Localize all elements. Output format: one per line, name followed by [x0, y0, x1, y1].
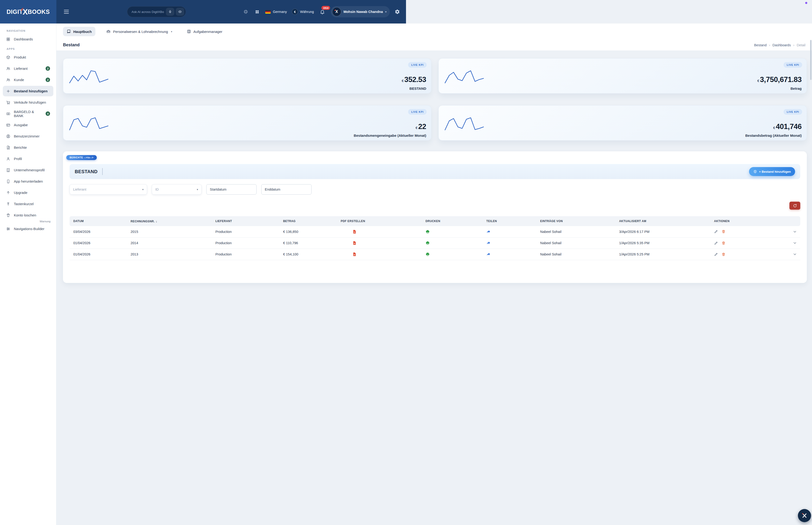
col-lieferant[interactable]: LIEFERANT: [213, 216, 281, 226]
sidebar-item-label: BARGELD & BANK: [14, 110, 42, 118]
shortcut-arrow-icon: [6, 202, 10, 206]
tab-label: Hauptbuch: [73, 30, 92, 34]
cell-betrag: € 154,100: [281, 249, 338, 260]
smartphone-icon: [6, 179, 10, 183]
sidebar-item-benutzerzimmer[interactable]: Benutzerzimmer: [3, 131, 53, 141]
sidebar-item-unternehmensprofil[interactable]: Unternehmensprofil: [3, 165, 53, 175]
sidebar-section-navigation: NAVIGATION: [6, 29, 56, 32]
count-badge: 4: [46, 111, 50, 116]
user-name: Mohsin Nawab Chandna: [343, 10, 383, 14]
sidebar-item-profil[interactable]: Profil: [3, 153, 53, 164]
sidebar-item-produkt[interactable]: Produkt: [3, 52, 53, 62]
table-row[interactable]: 01/04/2026 2013 Production € 154,100 Nab…: [70, 249, 406, 260]
app-logo[interactable]: DIGITXBOOKS: [0, 0, 56, 24]
pdf-icon[interactable]: [352, 252, 357, 256]
trash-icon: [6, 213, 10, 217]
grid-icon: [6, 37, 10, 41]
cell-lieferant: Production: [213, 249, 281, 260]
currency-selector[interactable]: € Währung: [292, 9, 314, 15]
sidebar-item-verkaeufe-hinzufuegen[interactable]: Verkäufe hinzufügen: [3, 97, 53, 108]
currency-label: Währung: [300, 10, 314, 14]
user-menu[interactable]: X Mohsin Nawab Chandna ▾: [331, 6, 390, 17]
team-icon: [106, 29, 111, 34]
enddatum-input[interactable]: [261, 184, 311, 195]
users-icon: [6, 78, 10, 82]
sidebar-item-tastenkurzel[interactable]: Tastenkurzel: [3, 198, 53, 209]
minimize-icon[interactable]: [243, 9, 249, 15]
notifications-button[interactable]: 1910: [319, 8, 326, 15]
report-header-band: BESTAND + Bestand hinzufügen: [70, 164, 406, 179]
sidebar-item-konto-loschen[interactable]: Konto loschen: [3, 210, 53, 221]
apps-grid-icon[interactable]: [254, 9, 260, 15]
mic-icon[interactable]: [166, 8, 174, 16]
table-header-row: DATUM RECHNUNGSNR.↓ LIEFERANT BETRAG PDF…: [70, 216, 406, 226]
pdf-icon[interactable]: [352, 241, 357, 245]
sidebar-item-app-herunterladen[interactable]: App herunterladen: [3, 176, 53, 186]
startdatum-input[interactable]: [206, 184, 257, 195]
col-betrag[interactable]: BETRAG: [281, 216, 338, 226]
sidebar-item-label: Tastenkurzel: [14, 202, 34, 206]
cell-datum: 01/04/2026: [70, 249, 128, 260]
sidebar: NAVIGATION Dashboards APPS Produkt Liefe…: [0, 24, 56, 262]
building-icon: [6, 168, 10, 172]
id-filter-select[interactable]: ID ▾: [152, 184, 202, 195]
cell-datum: 01/04/2026: [70, 237, 128, 249]
sort-descending-icon[interactable]: ↓: [156, 220, 157, 223]
col-rechnungsnr[interactable]: RECHNUNGSNR.↓: [128, 216, 213, 226]
country-selector[interactable]: Germany: [265, 10, 287, 14]
kpi-card-bestandsmenge[interactable]: LIVE KPI € 22 Bestandsmengeneingabe (Akt…: [63, 105, 406, 140]
cell-lieferant: Production: [213, 226, 281, 237]
sidebar-section-apps: APPS: [6, 47, 56, 50]
sidebar-item-label: App herunterladen: [14, 179, 43, 183]
document-icon: [6, 146, 10, 150]
settings-button[interactable]: [395, 9, 400, 14]
chevron-down-icon: ▾: [142, 188, 143, 191]
tab-aufgabenmanager[interactable]: Aufgabenmanager: [183, 27, 226, 36]
sidebar-item-bestand-hinzufuegen[interactable]: Bestand hinzufügen: [3, 86, 53, 96]
tab-label: Personalwesen & Lohnabrechnung: [113, 30, 168, 34]
users-icon: [6, 66, 10, 71]
avatar: X: [332, 7, 341, 16]
eye-icon[interactable]: [176, 8, 184, 16]
col-datum[interactable]: DATUM: [70, 216, 128, 226]
kpi-card-bestand[interactable]: LIVE KPI € 352.53 BESTAND: [63, 58, 406, 93]
kpi-label: Bestandsmengeneingabe (Aktueller Monat): [354, 134, 406, 137]
page-header: Bestand Bestand › Dashboards › Detail: [56, 40, 406, 51]
bestand-report-card: BERICHTE -->to--> BESTAND + Bestand hinz…: [63, 151, 406, 262]
sidebar-item-label: Kunde: [14, 78, 24, 82]
task-board-icon: [187, 29, 191, 34]
person-icon: [6, 157, 10, 161]
report-title: BESTAND: [75, 169, 97, 174]
logo-x-mark: X: [22, 7, 28, 16]
sidebar-item-navigations-builder[interactable]: Navigations-Builder: [3, 224, 53, 234]
menu-toggle-button[interactable]: [62, 9, 70, 15]
chevron-down-icon: ▾: [171, 30, 172, 33]
table-row[interactable]: 03/04/2026 2015 Production € 136,850 Nab…: [70, 226, 406, 237]
kpi-grid: LIVE KPI € 352.53 BESTAND LIVE KPI € 3,7…: [63, 58, 406, 140]
pdf-icon[interactable]: [352, 229, 357, 234]
tab-hauptbuch[interactable]: Hauptbuch: [63, 27, 95, 36]
sidebar-item-label: Produkt: [14, 55, 26, 59]
tab-personalwesen[interactable]: Personalwesen & Lohnabrechnung ▾: [103, 27, 176, 36]
ai-search-input[interactable]: [132, 10, 165, 14]
count-badge: 2: [46, 66, 50, 71]
sidebar-item-berichte[interactable]: Berichte: [3, 142, 53, 153]
sidebar-item-kunde[interactable]: Kunde 2: [3, 75, 53, 85]
sidebar-item-upgrade[interactable]: Upgrade: [3, 187, 53, 198]
sliders-icon: [6, 227, 10, 231]
sidebar-item-lieferant[interactable]: Lieferant 2: [3, 63, 53, 74]
col-pdf-erstellen: PDF ERSTELLEN: [338, 216, 406, 226]
currency-icon: €: [292, 9, 298, 15]
topbar: DIGITXBOOKS German: [0, 0, 406, 24]
page-title: Bestand: [63, 43, 80, 47]
count-badge: 2: [46, 77, 50, 82]
sidebar-item-label: Navigations-Builder: [14, 227, 44, 231]
table-row[interactable]: 01/04/2026 2014 Production € 110,796 Nab…: [70, 237, 406, 249]
lieferant-filter-select[interactable]: Lieferant ▾: [70, 184, 147, 195]
reports-ribbon-badge: BERICHTE -->to-->: [66, 155, 97, 160]
sidebar-item-ausgabe[interactable]: Ausgabe: [3, 120, 53, 130]
sidebar-item-dashboards[interactable]: Dashboards: [3, 34, 53, 44]
card-icon: [6, 123, 10, 127]
plus-icon: [6, 89, 10, 93]
sidebar-item-bargeld-bank[interactable]: BARGELD & BANK 4: [3, 108, 53, 119]
